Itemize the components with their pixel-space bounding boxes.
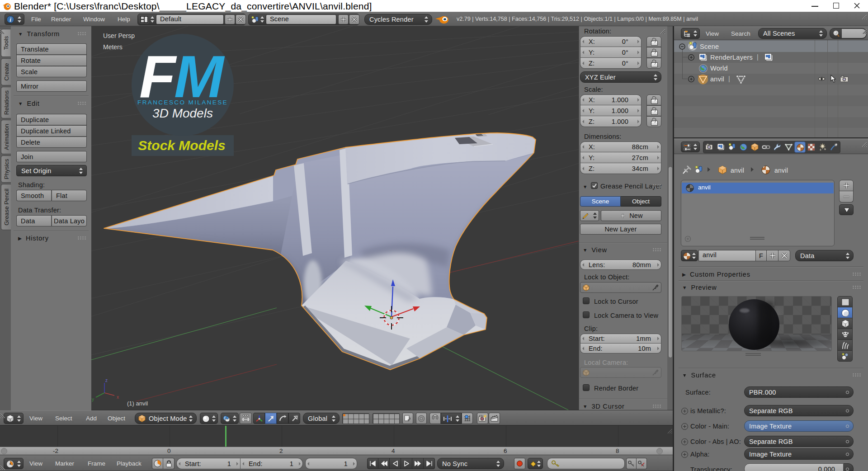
svg-text:User Persp: User Persp bbox=[103, 32, 135, 39]
svg-text:Stock Models: Stock Models bbox=[138, 138, 225, 153]
svg-text:FRANCESCO MILANESE: FRANCESCO MILANESE bbox=[137, 99, 228, 106]
svg-text:y: y bbox=[92, 397, 94, 402]
svg-text:3D Models: 3D Models bbox=[152, 106, 213, 120]
svg-text:Meters: Meters bbox=[103, 43, 123, 51]
svg-text:i: i bbox=[9, 16, 11, 23]
svg-text:x: x bbox=[117, 395, 119, 400]
svg-text:z: z bbox=[105, 378, 108, 383]
svg-text:(1) anvil: (1) anvil bbox=[127, 400, 148, 407]
